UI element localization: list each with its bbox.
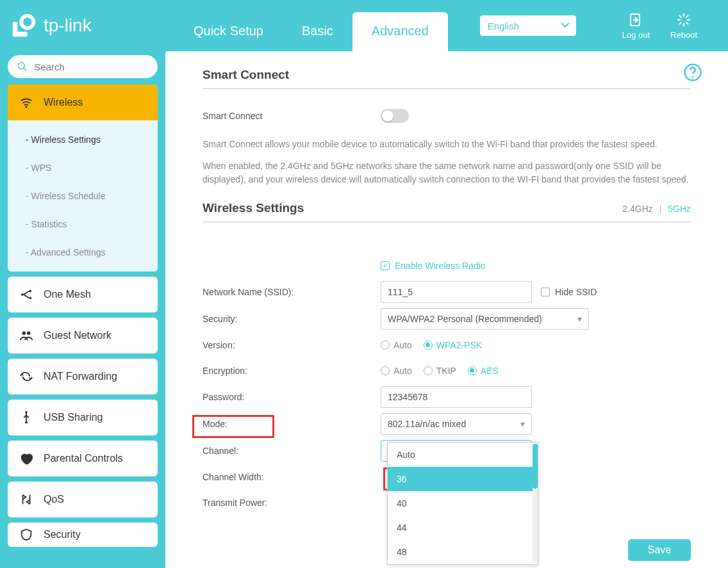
svg-point-17 — [29, 297, 32, 300]
channel-option-48[interactable]: 48 — [388, 540, 538, 564]
svg-line-11 — [686, 15, 689, 17]
sidebar-item-onemesh[interactable]: One Mesh — [8, 277, 158, 312]
channel-option-36[interactable]: 36 — [388, 467, 538, 491]
smart-connect-toggle[interactable] — [381, 109, 409, 123]
password-label: Password: — [203, 392, 381, 402]
hide-ssid-label: Hide SSID — [555, 287, 597, 297]
sidebar-sub-statistics[interactable]: - Statistics — [8, 210, 158, 238]
encryption-auto-radio[interactable]: Auto — [381, 366, 412, 376]
logout-button[interactable]: Log out — [622, 12, 650, 40]
enable-radio-checkbox[interactable] — [381, 261, 390, 270]
channel-option-44[interactable]: 44 — [388, 515, 538, 540]
wireless-settings-title: Wireless Settings — [203, 201, 304, 215]
svg-line-13 — [24, 68, 26, 70]
version-wpa2psk-radio[interactable]: WPA2-PSK — [424, 340, 482, 350]
brand-text: tp-link — [44, 15, 92, 36]
channel-option-auto[interactable]: Auto — [388, 442, 538, 467]
dropdown-scrollbar-thumb[interactable] — [533, 444, 538, 489]
sidebar-sub-wireless-settings[interactable]: - Wireless Settings — [8, 126, 158, 154]
version-label: Version: — [203, 340, 381, 350]
svg-point-0 — [21, 16, 33, 28]
encryption-label: Encryption: — [203, 366, 381, 376]
encryption-aes-radio[interactable]: AES — [468, 366, 499, 376]
encryption-tkip-radio[interactable]: TKIP — [424, 366, 456, 376]
mode-label: Mode: — [203, 419, 381, 429]
nat-icon — [19, 369, 33, 384]
sidebar-item-guest[interactable]: Guest Network — [8, 318, 158, 353]
channel-option-40[interactable]: 40 — [388, 491, 538, 515]
chevron-down-icon — [561, 20, 570, 31]
smart-connect-desc1: Smart Connect allows your mobile device … — [203, 138, 691, 150]
svg-point-19 — [27, 332, 30, 336]
svg-point-23 — [692, 76, 694, 78]
sidebar-item-nat[interactable]: NAT Forwarding — [8, 359, 158, 394]
mesh-icon — [19, 288, 33, 302]
sidebar-item-qos[interactable]: QoS — [8, 482, 158, 517]
shield-icon — [19, 528, 33, 542]
band-24ghz[interactable]: 2.4GHz — [622, 204, 652, 214]
svg-rect-2 — [13, 32, 28, 37]
security-label: Security: — [203, 314, 381, 324]
sidebar-item-wireless[interactable]: Wireless — [8, 85, 158, 120]
sidebar-sub-wireless-schedule[interactable]: - Wireless Schedule — [8, 182, 158, 210]
logout-icon — [628, 12, 643, 28]
svg-line-9 — [686, 22, 689, 24]
sidebar-item-parental[interactable]: Parental Controls — [8, 441, 158, 476]
search-input[interactable] — [34, 61, 149, 72]
qos-icon — [19, 492, 33, 507]
svg-point-18 — [22, 332, 26, 336]
chevron-down-icon: ▾ — [577, 314, 582, 324]
language-value: English — [488, 20, 519, 31]
ssid-label: Network Name (SSID): — [203, 287, 381, 297]
chevron-down-icon: ▾ — [520, 419, 525, 429]
parental-icon — [19, 451, 33, 466]
svg-point-16 — [29, 290, 32, 293]
guest-icon — [19, 329, 33, 343]
sidebar: Wireless - Wireless Settings - WPS - Wir… — [0, 51, 165, 568]
sidebar-item-security[interactable]: Security — [8, 523, 158, 547]
tab-advanced[interactable]: Advanced — [352, 12, 448, 51]
channel-label: Channel: — [203, 446, 381, 456]
hide-ssid-checkbox[interactable] — [541, 288, 550, 296]
tab-basic[interactable]: Basic — [283, 12, 352, 51]
help-button[interactable] — [683, 63, 702, 82]
ssid-input[interactable] — [381, 281, 532, 303]
wifi-icon — [19, 95, 33, 110]
smart-connect-label: Smart Connect — [203, 111, 381, 121]
svg-line-10 — [679, 22, 682, 24]
smart-connect-desc2: When enabled, the 2.4GHz and 5GHz networ… — [203, 159, 691, 186]
enable-radio-label: Enable Wireless Radio — [395, 261, 486, 271]
sidebar-sub-advanced-settings[interactable]: - Advanced Settings — [8, 238, 158, 266]
svg-point-14 — [26, 106, 28, 108]
security-select[interactable]: WPA/WPA2 Personal (Recommended) ▾ — [381, 308, 589, 330]
search-icon — [17, 60, 28, 73]
svg-rect-21 — [25, 421, 28, 423]
reboot-button[interactable]: Reboot — [670, 12, 697, 40]
svg-point-20 — [25, 411, 28, 414]
password-input[interactable] — [381, 386, 532, 408]
tab-quick-setup[interactable]: Quick Setup — [174, 12, 283, 51]
sidebar-sub-wps[interactable]: - WPS — [8, 154, 158, 182]
version-auto-radio[interactable]: Auto — [381, 340, 412, 350]
channel-dropdown[interactable]: Auto 36 40 44 48 — [387, 442, 538, 565]
smart-connect-title: Smart Connect — [203, 68, 691, 89]
band-5ghz[interactable]: 5GHz — [668, 204, 691, 214]
search-box[interactable] — [8, 55, 158, 78]
reboot-icon — [676, 12, 691, 28]
sidebar-item-usb[interactable]: USB Sharing — [8, 400, 158, 435]
save-button[interactable]: Save — [628, 539, 691, 561]
svg-point-12 — [18, 62, 24, 69]
mode-select[interactable]: 802.11a/n/ac mixed ▾ — [381, 413, 532, 435]
channel-width-label: Channel Width: — [203, 472, 381, 482]
language-select[interactable]: English — [480, 15, 576, 36]
transmit-power-label: Transmit Power: — [203, 498, 381, 508]
svg-point-15 — [21, 293, 24, 296]
svg-line-8 — [679, 15, 682, 17]
usb-icon — [19, 410, 33, 425]
logo: tp-link — [9, 11, 174, 40]
